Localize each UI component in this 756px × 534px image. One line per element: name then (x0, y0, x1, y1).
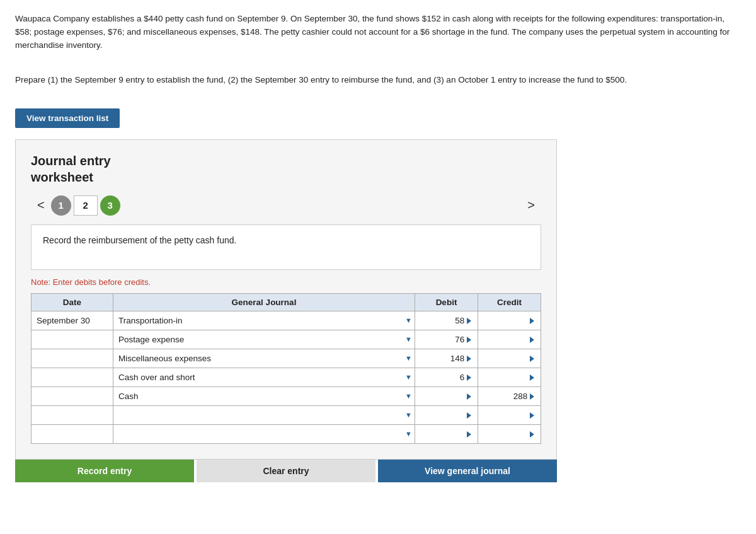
debit-cell-2[interactable]: 148 (415, 349, 478, 368)
tab-2[interactable]: 2 (74, 195, 98, 216)
note-text: Note: Enter debits before credits. (31, 277, 541, 287)
journal-table: Date General Journal Debit Credit Septem… (31, 293, 541, 444)
worksheet-container: Journal entry worksheet < 1 2 3 > Record… (15, 139, 557, 460)
record-entry-button[interactable]: Record entry (15, 460, 194, 482)
credit-triangle-1 (530, 337, 534, 343)
credit-triangle-2 (530, 356, 534, 362)
dropdown-arrow-5[interactable]: ▼ (405, 411, 412, 419)
date-cell-3 (32, 368, 113, 386)
debit-cell-6[interactable] (415, 424, 478, 443)
instruction-box: Record the reimbursement of the petty ca… (31, 224, 541, 270)
credit-cell-2[interactable] (478, 349, 541, 368)
tab-1[interactable]: 1 (51, 195, 71, 216)
dropdown-arrow-1[interactable]: ▼ (405, 335, 412, 343)
journal-cell-5[interactable]: ▼ (113, 405, 415, 424)
credit-triangle-4 (530, 393, 534, 400)
actions-row: Record entry Clear entry View general jo… (15, 460, 557, 482)
credit-cell-5[interactable] (478, 405, 541, 424)
credit-cell-4[interactable]: 288 (478, 386, 541, 405)
date-cell-6 (32, 424, 113, 443)
date-cell-5 (32, 405, 113, 424)
view-transaction-button[interactable]: View transaction list (15, 108, 120, 128)
debit-cell-0[interactable]: 58 (415, 311, 478, 330)
col-header-debit: Debit (415, 293, 478, 311)
credit-triangle-5 (530, 412, 534, 419)
credit-triangle-3 (530, 374, 534, 381)
debit-cell-4[interactable] (415, 386, 478, 405)
table-row: Miscellaneous expenses ▼ 148 (32, 349, 541, 368)
debit-cell-3[interactable]: 6 (415, 368, 478, 386)
journal-cell-2[interactable]: Miscellaneous expenses ▼ (113, 349, 415, 368)
nav-right-arrow[interactable]: > (521, 197, 541, 214)
table-row: Postage expense ▼ 76 (32, 330, 541, 349)
clear-entry-button[interactable]: Clear entry (197, 460, 375, 482)
worksheet-title: Journal entry worksheet (31, 153, 541, 185)
debit-triangle-3 (467, 374, 471, 381)
credit-triangle-6 (530, 431, 534, 438)
table-row: September 30 Transportation-in ▼ 58 (32, 311, 541, 330)
debit-triangle-5 (467, 412, 471, 419)
debit-triangle-0 (467, 318, 471, 324)
problem-text-1: Waupaca Company establishes a $440 petty… (15, 13, 741, 52)
instruction-text: Record the reimbursement of the petty ca… (43, 235, 236, 245)
credit-cell-0[interactable] (478, 311, 541, 330)
journal-cell-4[interactable]: Cash ▼ (113, 386, 415, 405)
dropdown-arrow-6[interactable]: ▼ (405, 430, 412, 438)
debit-triangle-2 (467, 356, 471, 362)
dropdown-arrow-4[interactable]: ▼ (405, 392, 412, 400)
journal-cell-1[interactable]: Postage expense ▼ (113, 330, 415, 349)
dropdown-arrow-3[interactable]: ▼ (405, 373, 412, 381)
table-row: Cash over and short ▼ 6 (32, 368, 541, 386)
table-row: ▼ (32, 405, 541, 424)
date-cell-2 (32, 349, 113, 368)
view-general-journal-button[interactable]: View general journal (378, 460, 557, 482)
debit-triangle-1 (467, 337, 471, 343)
col-header-journal: General Journal (113, 293, 415, 311)
debit-cell-5[interactable] (415, 405, 478, 424)
date-cell-1 (32, 330, 113, 349)
debit-triangle-6 (467, 431, 471, 438)
debit-triangle-4 (467, 393, 471, 400)
nav-left-arrow[interactable]: < (31, 197, 51, 214)
credit-cell-6[interactable] (478, 424, 541, 443)
tabs-row: < 1 2 3 > (31, 195, 541, 216)
debit-cell-1[interactable]: 76 (415, 330, 478, 349)
dropdown-arrow-2[interactable]: ▼ (405, 354, 412, 362)
col-header-credit: Credit (478, 293, 541, 311)
problem-text-2: Prepare (1) the September 9 entry to est… (15, 74, 741, 87)
col-header-date: Date (32, 293, 113, 311)
credit-cell-3[interactable] (478, 368, 541, 386)
table-row: Cash ▼ 288 (32, 386, 541, 405)
date-cell-0: September 30 (32, 311, 113, 330)
credit-cell-1[interactable] (478, 330, 541, 349)
journal-cell-6[interactable]: ▼ (113, 424, 415, 443)
table-row: ▼ (32, 424, 541, 443)
date-cell-4 (32, 386, 113, 405)
journal-cell-3[interactable]: Cash over and short ▼ (113, 368, 415, 386)
dropdown-arrow-0[interactable]: ▼ (405, 316, 412, 324)
journal-cell-0[interactable]: Transportation-in ▼ (113, 311, 415, 330)
credit-triangle-0 (530, 318, 534, 324)
tab-3[interactable]: 3 (100, 195, 120, 216)
